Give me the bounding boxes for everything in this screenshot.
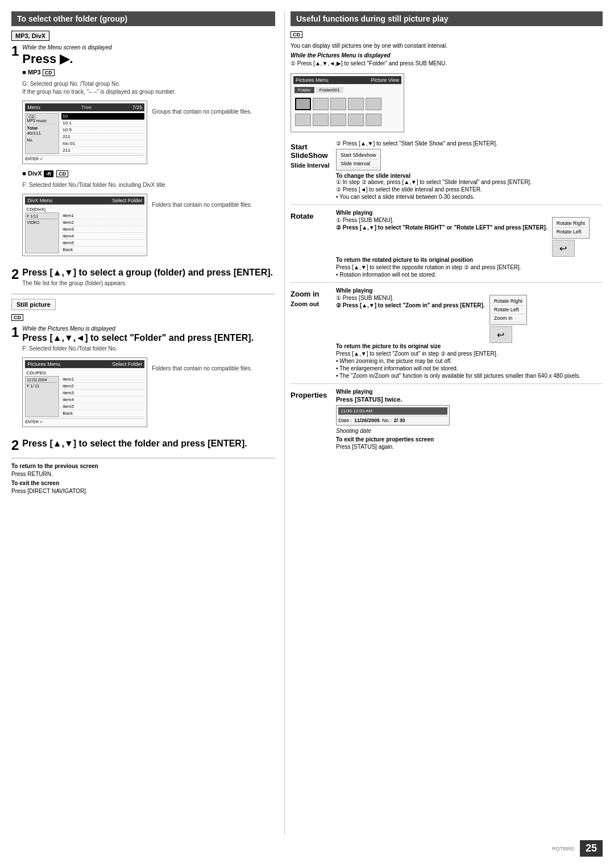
rotate-return-note: Press [▲,▼] to select the opposite rotat… xyxy=(336,264,603,270)
screen3-item-1: item1 xyxy=(61,376,144,383)
left-column: To select other folder (group) MP3, DivX… xyxy=(11,11,284,834)
step-2-block: 2 Press [▲,▼] to select a group (folder)… xyxy=(11,268,275,288)
step-2-press: Press [▲,▼] to select a group (folder) a… xyxy=(22,268,275,278)
thumb-6 xyxy=(295,114,311,126)
step-2-content: Press [▲,▼] to select a group (folder) a… xyxy=(22,268,275,288)
screen1-header-left: Menu xyxy=(27,105,40,110)
screen2-item-2: item2 xyxy=(61,219,144,226)
ss-item-1: Start Slideshow xyxy=(338,151,379,160)
still-picture-label: Still picture xyxy=(11,299,56,310)
return-section: To return to the previous screen Press R… xyxy=(11,463,275,494)
vertical-sidebar: Using menus to play MP3, DivX and still … xyxy=(604,11,614,834)
zoom-return-note: Press [▲,▼] to select "Zoom out" in step… xyxy=(336,350,603,357)
groups-label: Groups that contain no compatible files. xyxy=(152,97,252,115)
slide-note-1: ① In step ② above, press [▲,▼] to select… xyxy=(336,179,603,185)
mp3-divx-subheader: MP3, DivX xyxy=(11,31,49,41)
rotate-content: While playing ① Press [SUB MENU]. ② Pres… xyxy=(336,210,603,278)
slideshow-label: Start SlideShow Slide Interval xyxy=(291,140,336,200)
zoom-content: While playing ① Press [SUB MENU]. ② Pres… xyxy=(336,287,603,379)
mp3-screen-diagram: Menu Tree 7/25 CD MP3 music xyxy=(22,101,147,164)
page: To select other folder (group) MP3, DivX… xyxy=(0,0,614,868)
pm-tab-folder: Folder xyxy=(294,87,314,93)
rqt-code: RQT8950 xyxy=(552,846,574,852)
slide-interval-note-header: To change the slide interval xyxy=(336,173,603,179)
step-2-note: The file list for the group (folder) app… xyxy=(22,280,275,286)
screen3-header-right: Select Folder xyxy=(112,361,142,367)
zoom-note-1: • When zooming in, the picture may be cu… xyxy=(336,358,603,364)
screen3-left: 12.02.2004 F 1/ 21 xyxy=(25,376,59,417)
props-no-label: No.: xyxy=(382,418,392,423)
enter-symbol: ↩ xyxy=(559,243,567,254)
rotate-step1: ① Press [SUB MENU]. xyxy=(336,217,547,223)
props-exit-note: Press [STATUS] again. xyxy=(336,444,603,450)
props-no-value: 2/ 30 xyxy=(394,418,405,423)
thumb-10 xyxy=(366,114,381,126)
slide-note-3: • You can select a slide interval betwee… xyxy=(336,194,603,200)
note-g: G: Selected group No. /Total group No. xyxy=(22,81,275,87)
screen2-header: DivX Menu Select Folder xyxy=(25,197,144,205)
zoom-return-header: To return the picture to its original si… xyxy=(336,343,603,349)
properties-label: Properties xyxy=(291,389,336,450)
right-column: Useful functions during still picture pl… xyxy=(284,11,603,834)
mp3-label: ■ MP3 xyxy=(22,69,40,76)
rotate-return-note2: • Rotation information will not be store… xyxy=(336,272,603,278)
folders-label: Folders that contain no compatible files… xyxy=(152,190,252,208)
zoom-steps: ① Press [SUB MENU]. ② Press [▲,▼] to sel… xyxy=(336,295,485,311)
slideshow-screen: Start Slideshow Slide Interval xyxy=(336,149,381,170)
slideshow-screen-row: Start Slideshow Slide Interval xyxy=(336,149,603,170)
rotate-item-1: Rotate Right xyxy=(554,219,587,228)
rotate-screen-row: ① Press [SUB MENU]. ② Press [▲,▼] to sel… xyxy=(336,217,603,257)
divx-r-badge: -R xyxy=(44,170,54,177)
feature-properties: Properties While playing Press [STATUS] … xyxy=(291,389,603,454)
screen1-tree-label: Tree xyxy=(81,105,92,110)
zoom-screen-item-2: Rotate Left xyxy=(492,306,525,314)
divx-screen-diagram: DivX Menu Select Folder CD(DivX) F 1/11 … xyxy=(22,194,147,256)
screen3-header-left: Pictures Menu xyxy=(27,361,60,367)
screen1-item-5: loc-01 xyxy=(61,140,144,147)
screen2-body: F 1/11 VIDEO item1 item2 item3 item4 ite… xyxy=(25,212,144,253)
pm-thumbnails xyxy=(293,96,401,112)
slide-interval-header: To change the slide interval xyxy=(336,173,410,179)
zoom-while: While playing xyxy=(336,287,603,294)
screen3-right: item1 item2 item3 item4 item5 Back xyxy=(61,376,144,417)
screen2-video: VIDEO xyxy=(27,220,57,224)
screen2-f-label: F 1/11 xyxy=(27,214,57,219)
step-1b-block: 1 While the Pictures Menu is displayed P… xyxy=(11,326,275,433)
feature-slideshow: Start SlideShow Slide Interval ② Press [… xyxy=(291,140,603,205)
mp3-cd-badge: CD xyxy=(43,69,55,76)
footer: RQT8950 25 xyxy=(11,840,603,857)
zoom-enter-icon: ↩ xyxy=(489,326,512,343)
screen2-cd: CD(DivX) xyxy=(25,206,144,212)
props-step: Press [STATUS] twice. xyxy=(336,396,603,403)
screen3-item-3: item3 xyxy=(61,390,144,397)
props-while: While playing xyxy=(336,389,603,395)
screen2-right: item1 item2 item3 item4 item5 Back xyxy=(61,212,144,253)
to-exit-text: Press [DIRECT NAVIGATOR]. xyxy=(11,488,275,494)
screen3-item-4: item4 xyxy=(61,397,144,403)
thumb-7 xyxy=(313,114,329,126)
zoom-step1: ① Press [SUB MENU]. xyxy=(336,295,485,301)
screen1-item-2: 10 1 xyxy=(61,120,144,127)
pm-header: Pictures Menu Picture View xyxy=(293,76,401,84)
screen2-item-3: item3 xyxy=(61,226,144,233)
divx-cd-badge: CD xyxy=(56,170,68,177)
screen2-left: F 1/11 VIDEO xyxy=(25,212,59,253)
properties-screen: 11/30 12:03 AM Date : 11/26/2005 No.: 2/… xyxy=(336,405,450,425)
screen1-no: No. xyxy=(27,138,57,142)
right-section-header: Useful functions during still picture pl… xyxy=(291,11,603,26)
screen1-enter: ENTER ✓ xyxy=(25,157,43,161)
screen3-body: 12.02.2004 F 1/ 21 item1 item2 item3 ite… xyxy=(25,376,144,417)
right-intro: You can display still pictures one by on… xyxy=(291,43,603,49)
step-1-block: 1 While the Menu screen is displayed Pre… xyxy=(11,44,275,262)
pm-tab-folder001: Folder001 xyxy=(316,87,343,93)
divider-1 xyxy=(11,294,275,294)
while-menu-label: While the Menu screen is displayed xyxy=(22,44,275,51)
rotate-screen-wrapper: Rotate Right Rotate Left ↩ xyxy=(552,217,590,257)
thumb-3 xyxy=(330,98,346,110)
pm-title: Pictures Menu xyxy=(296,77,329,83)
step-2b-number: 2 xyxy=(11,439,19,452)
zoom-screen: Rotate Right Rotate Left Zoom in xyxy=(489,295,527,325)
properties-content: While playing Press [STATUS] twice. 11/3… xyxy=(336,389,603,450)
screen2-item-1: item1 xyxy=(61,212,144,219)
slideshow-label-text: Start SlideShow xyxy=(291,143,333,160)
